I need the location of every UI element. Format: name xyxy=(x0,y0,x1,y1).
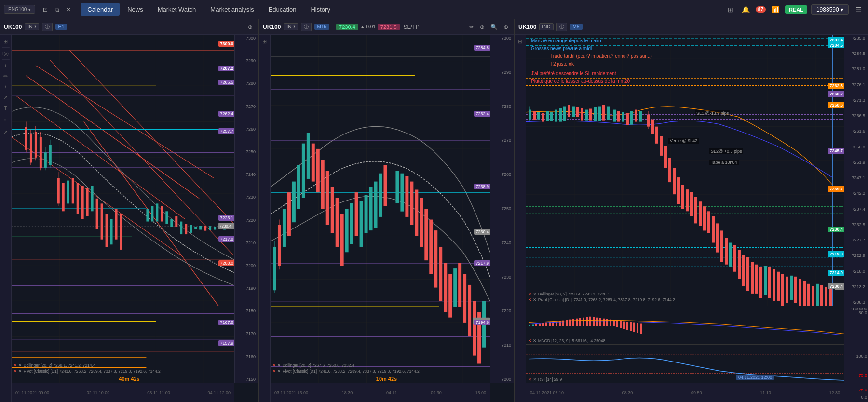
chart1-time-2: 02.11 10:00 xyxy=(87,390,110,395)
chart3-area[interactable]: 7230.4 7287.4 7284.5 7262.3 7260.7 7258.… xyxy=(526,35,844,306)
chart2-symbol: UK100 xyxy=(263,24,281,30)
chart1-zoom-in[interactable]: + xyxy=(228,23,235,31)
chart3-time-2: 08:30 xyxy=(622,390,633,395)
chart1-area[interactable]: 7230.4 7300.0 7287.2 7265.5 7262.4 7257.… xyxy=(12,35,234,383)
nav-close[interactable]: ✕ xyxy=(64,5,73,14)
svg-rect-62 xyxy=(110,219,113,244)
tool-arrow[interactable]: ↗ xyxy=(1,93,11,102)
tool-sep1 xyxy=(2,47,10,48)
chart3-rsi-svg xyxy=(526,345,844,383)
svg-rect-129 xyxy=(369,187,373,230)
svg-rect-111 xyxy=(283,209,286,247)
tool-pen[interactable]: ✏ xyxy=(1,71,11,81)
svg-rect-211 xyxy=(655,127,658,144)
menu-news[interactable]: News xyxy=(121,3,150,16)
tool-plus[interactable]: + xyxy=(1,61,11,70)
level-7167: 7167.8 xyxy=(218,320,234,325)
chart3-tag: IND xyxy=(539,23,553,30)
svg-rect-225 xyxy=(716,223,719,252)
svg-rect-112 xyxy=(287,192,291,236)
chart3-macd-panel: ✕ ✕ MACD [12, 26, 9] -5.66116, -4.25048 … xyxy=(526,306,844,344)
svg-rect-224 xyxy=(712,216,715,242)
chart2-svg: 7230.4 xyxy=(271,35,490,383)
svg-rect-117 xyxy=(312,144,315,182)
annot-line6: Plutot que de le laisser au-dessus de la… xyxy=(531,78,652,85)
tool-line[interactable]: / xyxy=(1,82,11,92)
menu-history[interactable]: History xyxy=(304,3,337,16)
chart1-crosshair[interactable]: ⊕ xyxy=(246,23,255,31)
tape-label: Tape a 10h04 xyxy=(709,160,739,165)
chart2-pencil[interactable]: ✏ xyxy=(467,23,476,31)
svg-rect-133 xyxy=(395,171,399,203)
chart2-toolbar: UK100 IND ⓘ M15 7230.4 ▲ 0.01 7231.5 SL/… xyxy=(259,19,514,35)
svg-rect-240 xyxy=(781,274,784,306)
svg-rect-140 xyxy=(429,220,433,274)
chart3-macd-legend: ✕ ✕ MACD [12, 26, 9] -5.66116, -4.25048 xyxy=(528,338,605,343)
wifi-icon[interactable]: 📶 xyxy=(770,4,781,15)
tool-fx[interactable]: f(x) xyxy=(1,49,11,58)
chart2-price: 7230.4 xyxy=(336,24,358,30)
svg-rect-287 xyxy=(637,323,638,333)
chart3-time-3: 09:50 xyxy=(691,390,702,395)
svg-rect-132 xyxy=(383,165,387,206)
settings-icon[interactable]: 🔔 xyxy=(740,4,752,15)
svg-rect-216 xyxy=(677,177,680,204)
chart1-toolbar: UK100 IND ⓘ H1 + − ⊕ xyxy=(0,19,258,35)
svg-rect-124 xyxy=(345,209,349,252)
menu-calendar[interactable]: Calendar xyxy=(81,3,120,16)
chart3-timeframe[interactable]: M5 xyxy=(570,24,583,30)
svg-rect-238 xyxy=(773,269,775,301)
svg-rect-230 xyxy=(738,250,741,279)
chart2-countdown: 10m 42s xyxy=(376,376,397,382)
svg-rect-74 xyxy=(190,225,192,233)
chart2-crosshair[interactable]: ⊕ xyxy=(478,23,487,31)
chart1-zoom-out[interactable]: − xyxy=(237,23,244,31)
chart2-timeframe[interactable]: M15 xyxy=(314,24,329,30)
menu-education[interactable]: Education xyxy=(262,3,303,16)
c3-badge-7245: 7245.7 xyxy=(828,148,844,153)
svg-rect-235 xyxy=(760,267,762,298)
nav-icon-1[interactable]: ⊡ xyxy=(41,5,50,14)
chart2-info[interactable]: ⓘ xyxy=(301,23,312,31)
nav-icon-2[interactable]: ⧉ xyxy=(53,5,61,14)
chart2-zoom-in[interactable]: ⊕ xyxy=(502,23,510,31)
chart2-area[interactable]: 7230.4 7284.8 7262.4 7238.9 7230.4 7217.… xyxy=(271,35,490,383)
svg-rect-113 xyxy=(292,182,296,223)
chart2-zoom-out[interactable]: 🔍 xyxy=(488,23,500,31)
hamburger-menu[interactable]: ☰ xyxy=(853,4,864,15)
chart3-time-5: 12:30 xyxy=(829,390,840,395)
sl1-label: SL1 @-13.9 pips xyxy=(695,110,730,116)
svg-rect-64 xyxy=(120,214,122,250)
level-7157: 7157.9 xyxy=(218,341,234,346)
tool-measure[interactable]: ≈ xyxy=(1,115,11,125)
chart1-info[interactable]: ⓘ xyxy=(42,23,53,31)
svg-rect-114 xyxy=(297,165,300,209)
chart2-tool-cursor[interactable]: ⊞ xyxy=(260,37,270,46)
svg-rect-233 xyxy=(751,262,754,294)
menu-market-watch[interactable]: Market Watch xyxy=(151,3,203,16)
level-7257: 7257.7 xyxy=(218,129,234,134)
chart2-sl: 7231.5 xyxy=(378,24,400,30)
vente-label: Vente @ 9h42 xyxy=(668,138,699,144)
chart1-svg: 7230.4 xyxy=(12,35,234,383)
tool-share[interactable]: ↗ xyxy=(1,127,11,137)
layout-icon[interactable]: ⊞ xyxy=(725,4,736,15)
svg-rect-184 xyxy=(537,112,540,120)
svg-rect-263 xyxy=(556,322,557,326)
chart1-timeframe[interactable]: H1 xyxy=(55,24,68,30)
svg-rect-247 xyxy=(812,286,814,306)
svg-rect-199 xyxy=(602,105,605,121)
svg-rect-276 xyxy=(599,318,601,326)
svg-rect-130 xyxy=(374,182,378,228)
tool-sep4 xyxy=(2,126,10,126)
chart3-info[interactable]: ⓘ xyxy=(556,23,567,31)
svg-rect-257 xyxy=(535,324,537,326)
menu-market-analysis[interactable]: Market analysis xyxy=(203,3,260,16)
c3-badge-7260: 7260.7 xyxy=(828,92,844,96)
tool-cursor[interactable]: ⊞ xyxy=(1,37,11,46)
chart3-tool-cursor[interactable]: ⊞ xyxy=(515,37,525,46)
tool-text[interactable]: T xyxy=(1,103,11,113)
instrument-selector[interactable]: ENG100 ▾ xyxy=(4,5,35,14)
c3-badge-7258: 7258.6 xyxy=(828,103,844,107)
svg-rect-280 xyxy=(613,320,615,326)
